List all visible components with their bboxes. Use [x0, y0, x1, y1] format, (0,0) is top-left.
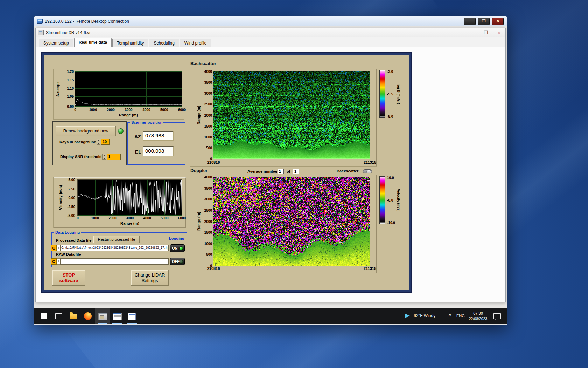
tick-label: 4000 — [201, 175, 212, 179]
tick-label: 5.00 — [63, 178, 75, 182]
tab-scheduling[interactable]: Scheduling — [149, 39, 179, 47]
average-number-label: Average number — [247, 169, 278, 173]
processed-drive-button[interactable]: C — [51, 245, 57, 251]
rays-value-field[interactable]: 10 — [101, 139, 110, 145]
raw-logging-off-button[interactable]: OFF — [170, 258, 185, 265]
rdp-restore-button[interactable]: ❐ — [478, 18, 490, 25]
decrement-arrow-icon[interactable] — [103, 157, 106, 159]
tab-real-time-data[interactable]: Real time data — [74, 38, 112, 47]
task-view-icon — [55, 313, 62, 319]
renew-background-button[interactable]: Renew background now — [56, 126, 116, 136]
scan-scheduler-icon — [113, 313, 122, 320]
raw-browse-icon[interactable] — [57, 258, 60, 265]
tick-label: 1000 — [89, 108, 97, 112]
remote-desktop-session: StreamLine XR v14-6.vi – ❐ ✕ System setu… — [34, 26, 507, 324]
decrement-arrow-icon[interactable] — [97, 142, 100, 144]
tick-label: 0.00 — [63, 196, 75, 200]
restart-processed-file-button[interactable]: Restart processed file — [93, 236, 140, 243]
tab-system-setup[interactable]: System setup — [39, 39, 74, 47]
rdp-close-button[interactable]: ✕ — [492, 18, 504, 25]
change-line2: Settings — [142, 278, 158, 284]
change-lidar-settings-button[interactable]: Change LiDAR Settings — [131, 270, 169, 286]
windows-logo-icon — [41, 313, 47, 319]
tick-label: 1.20 — [63, 70, 74, 74]
start-button[interactable] — [36, 308, 51, 324]
firefox-button[interactable] — [80, 308, 95, 324]
snr-value-field[interactable]: 1 — [107, 154, 121, 160]
rdp-window-title: 192.168.0.122 - Remote Desktop Connectio… — [45, 19, 129, 24]
processed-path-field[interactable]: C:\LiDAR\Data\Proc\2023\202308\20230822\… — [60, 245, 169, 251]
tab-bar: System setup Real time data Temp/humidit… — [36, 37, 505, 47]
off-button-label: OFF — [172, 259, 180, 264]
processed-data-file-label: Processed Data file — [56, 238, 92, 243]
colorbar-tick: -8.0 — [387, 115, 393, 118]
rays-spinner[interactable] — [97, 139, 100, 145]
increment-arrow-icon[interactable] — [103, 154, 106, 157]
tick-label: -5.00 — [63, 214, 75, 218]
stop-software-button[interactable]: STOP software — [52, 270, 85, 286]
document-app-taskbar-button[interactable] — [125, 308, 139, 324]
backscatter-color-scale — [379, 70, 385, 118]
streamline-taskbar-button[interactable] — [95, 308, 110, 324]
logging-off-led — [180, 260, 183, 264]
tick-label: 4000 — [201, 70, 212, 74]
file-explorer-button[interactable] — [66, 308, 80, 324]
language-indicator[interactable]: ENG — [456, 314, 465, 318]
tick-label: 4000 — [144, 216, 151, 220]
weather-icon[interactable] — [405, 314, 410, 318]
tick-label: 6000 — [178, 216, 186, 220]
logging-on-led — [179, 246, 183, 250]
tick-label: 1.15 — [63, 78, 74, 82]
tab-temp-humidity[interactable]: Temp/humidity — [112, 39, 148, 47]
app-close-button[interactable]: ✕ — [496, 30, 503, 35]
snr-spinner[interactable] — [102, 154, 106, 160]
backscatter-time-start: 210816 — [207, 160, 220, 164]
streamline-app-window: StreamLine XR v14-6.vi – ❐ ✕ System setu… — [35, 28, 506, 302]
average-of-label: of — [287, 169, 290, 173]
task-view-button[interactable] — [51, 308, 66, 324]
az-label: AZ — [134, 134, 141, 139]
app-restore-button[interactable]: ❐ — [482, 30, 489, 35]
el-value-display: 000.098 — [143, 146, 174, 156]
app-titlebar[interactable]: StreamLine XR v14-6.vi – ❐ ✕ — [36, 28, 505, 38]
backscatter-heatmap — [213, 71, 370, 159]
rdp-minimize-button[interactable]: – — [464, 18, 476, 25]
scan-scheduler-taskbar-button[interactable] — [110, 308, 125, 324]
velocity-x-axis-label: Range (m) — [120, 221, 139, 225]
tick-label: 0 — [201, 264, 212, 268]
tick-label: 500 — [201, 146, 212, 150]
tick-label: 3000 — [201, 197, 212, 201]
average-number-field[interactable]: 1 — [278, 169, 284, 174]
colorbar-tick: -5.5 — [387, 92, 393, 96]
chevron-up-icon[interactable]: ^ — [449, 313, 451, 318]
data-logging-title: Data Logging — [54, 230, 81, 234]
tick-label: 5000 — [161, 216, 168, 220]
raw-path-field[interactable] — [60, 258, 169, 265]
backscatter-doppler-toggle[interactable] — [363, 169, 372, 173]
action-center-icon[interactable] — [493, 313, 501, 319]
document-app-icon — [128, 313, 136, 320]
colorbar-tick: -10.0 — [387, 221, 395, 225]
tab-wind-profile[interactable]: Wind profile — [180, 39, 211, 47]
app-minimize-button[interactable]: – — [469, 30, 476, 35]
backscatter-toggle-label: Backscatter — [337, 169, 358, 173]
average-of-field[interactable]: 1 — [293, 169, 299, 174]
raw-drive-button[interactable]: C — [51, 258, 57, 265]
increment-arrow-icon[interactable] — [97, 139, 100, 142]
processed-browse-icon[interactable] — [57, 245, 60, 251]
clock[interactable]: 07:30 22/08/2023 — [467, 311, 489, 321]
tick-label: 0.99 — [63, 105, 74, 109]
rays-in-background-label: Rays in background — [59, 140, 96, 144]
tick-label: 1000 — [91, 216, 99, 220]
processed-logging-on-button[interactable]: ON — [170, 244, 185, 252]
tick-label: 0 — [74, 108, 76, 112]
tick-label: 2000 — [201, 219, 212, 223]
vi-icon — [38, 30, 44, 35]
remote-desktop-icon — [37, 19, 43, 24]
tick-label: 4000 — [142, 108, 150, 112]
weather-text[interactable]: 62°F Windy — [414, 313, 435, 318]
colorbar-tick: -3.0 — [387, 70, 393, 74]
rdp-titlebar[interactable]: 192.168.0.122 - Remote Desktop Connectio… — [34, 16, 507, 26]
tick-label: 0 — [77, 216, 79, 220]
tick-label: 3000 — [125, 108, 132, 112]
